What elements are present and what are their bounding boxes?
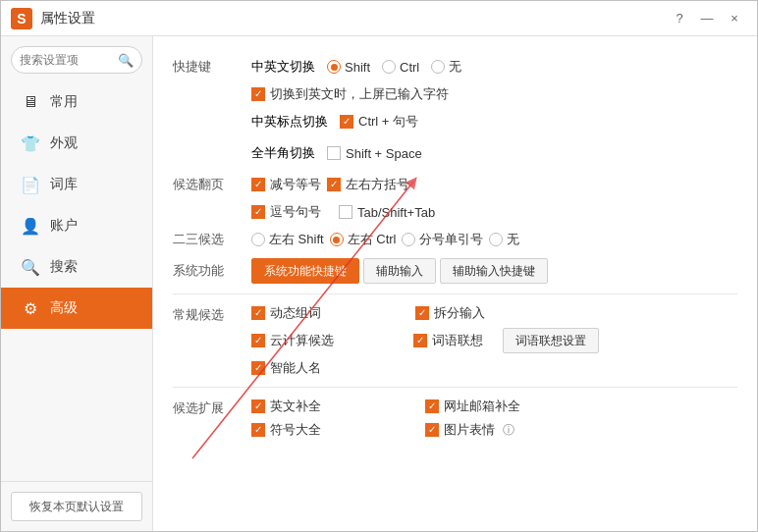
tab-system-func[interactable]: 系统功能快捷键: [251, 258, 359, 284]
radio-lr-shift-label: 左右 Shift: [269, 231, 324, 248]
shortcut-label: 快捷键: [173, 58, 251, 76]
word-assoc-settings-btn[interactable]: 词语联想设置: [503, 328, 599, 353]
radio-shift-circle: [327, 60, 341, 74]
cloud-compute-box: [251, 334, 265, 347]
smart-name-label: 智能人名: [270, 359, 321, 377]
nc-row1: 动态组词 拆分输入: [251, 304, 599, 322]
candidate-expand-content: 英文补全 网址邮箱补全 符号大全: [251, 398, 520, 439]
smart-name-box: [251, 361, 265, 375]
dynamic-word-checkbox[interactable]: 动态组词: [251, 304, 321, 322]
punct-switch-row: 中英标点切换 Ctrl + 句号: [173, 109, 737, 134]
dynamic-word-box: [251, 306, 265, 320]
radio-semicolon[interactable]: 分号单引号: [402, 231, 483, 248]
sidebar-item-dictionary[interactable]: 📄 词库: [1, 164, 152, 205]
url-email-checkbox[interactable]: 网址邮箱补全: [425, 398, 520, 415]
split-input-checkbox[interactable]: 拆分输入: [415, 304, 485, 322]
tab-shift-checkbox[interactable]: Tab/Shift+Tab: [339, 205, 435, 220]
smart-name-checkbox[interactable]: 智能人名: [251, 359, 321, 377]
cn-switch-content: 中英文切换 Shift Ctrl 无: [251, 58, 461, 76]
search-input[interactable]: [20, 53, 118, 67]
close-button[interactable]: ×: [722, 8, 747, 29]
candidate-page-row: 候选翻页 减号等号 左右方括号: [173, 172, 737, 197]
general-icon: 🖥: [21, 93, 40, 111]
emoji-label: 图片表情: [444, 421, 495, 439]
sidebar-item-general[interactable]: 🖥 常用: [1, 81, 152, 123]
cn-switch-row: 快捷键 中英文切换 Shift Ctrl: [173, 54, 737, 80]
dynamic-word-label: 动态组词: [270, 304, 321, 322]
fullhalf-value: Shift + Space: [346, 146, 422, 161]
radio-none2-label: 无: [507, 231, 519, 248]
en-complete-label: 英文补全: [270, 398, 321, 415]
cn-note-check-box: [251, 87, 265, 101]
nc-row2: 云计算候选 词语联想 词语联想设置: [251, 328, 599, 353]
radio-lr-shift-circle: [251, 233, 265, 246]
sidebar-item-advanced[interactable]: ⚙ 高级: [1, 288, 152, 329]
restore-defaults-button[interactable]: 恢复本页默认设置: [11, 492, 142, 521]
logo-text: S: [17, 11, 26, 27]
candidate-page-label: 候选翻页: [173, 176, 251, 193]
help-button[interactable]: ?: [667, 8, 692, 29]
radio-shift[interactable]: Shift: [327, 60, 370, 75]
radio-none2[interactable]: 无: [489, 231, 519, 248]
tab-assist-shortcut[interactable]: 辅助输入快捷键: [440, 258, 548, 284]
sidebar-footer: 恢复本页默认设置: [1, 481, 152, 531]
emoji-checkbox[interactable]: 图片表情 ⓘ: [425, 421, 514, 439]
fullhalf-check-box: [327, 146, 341, 160]
content-area: 🔍 🖥 常用 👕 外观 📄 词库 👤 账户 🔍 搜索: [1, 36, 757, 531]
sidebar-item-account[interactable]: 👤 账户: [1, 205, 152, 246]
sidebar-item-appearance[interactable]: 👕 外观: [1, 123, 152, 164]
comma-period-checkbox[interactable]: 逗号句号: [251, 203, 321, 221]
normal-candidate-content: 动态组词 拆分输入 云计算候选: [251, 304, 599, 377]
symbol-all-checkbox[interactable]: 符号大全: [251, 421, 321, 439]
word-assoc-box: [413, 334, 427, 347]
tab-assist-input[interactable]: 辅助输入: [363, 258, 436, 284]
normal-candidate-label: 常规候选: [173, 304, 251, 324]
radio-lr-ctrl[interactable]: 左右 Ctrl: [330, 231, 397, 248]
fullhalf-row: 全半角切换 Shift + Space: [173, 140, 737, 166]
punct-checkbox[interactable]: Ctrl + 句号: [340, 113, 418, 131]
titlebar: S 属性设置 ? — ×: [1, 1, 757, 36]
normal-candidate-row: 常规候选 动态组词 拆分输入: [173, 304, 737, 377]
minus-equal-checkbox[interactable]: 减号等号: [251, 176, 321, 193]
radio-none-circle: [431, 60, 445, 74]
en-complete-checkbox[interactable]: 英文补全: [251, 398, 321, 415]
emoji-info-icon: ⓘ: [503, 422, 514, 439]
main-panel: 快捷键 中英文切换 Shift Ctrl: [153, 36, 757, 531]
search-label: 搜索: [50, 258, 78, 276]
nc-row3: 智能人名: [251, 359, 599, 377]
cloud-compute-checkbox[interactable]: 云计算候选: [251, 332, 334, 349]
punct-switch-label: 中英标点切换: [251, 113, 328, 131]
system-func-row: 系统功能 系统功能快捷键 辅助输入 辅助输入快捷键: [173, 258, 737, 284]
window-title: 属性设置: [40, 10, 95, 27]
app-logo: S: [11, 8, 32, 29]
fullhalf-checkbox[interactable]: Shift + Space: [327, 146, 422, 161]
punct-value: Ctrl + 句号: [358, 113, 418, 131]
cn-switch-label: 中英文切换: [251, 58, 315, 76]
main-window: S 属性设置 ? — × 🔍 🖥 常用 👕 外观 📄: [0, 0, 758, 532]
window-controls: ? — ×: [667, 8, 747, 29]
emoji-box: [425, 423, 439, 437]
radio-none[interactable]: 无: [431, 58, 461, 76]
symbol-all-label: 符号大全: [270, 421, 321, 439]
cloud-compute-label: 云计算候选: [270, 332, 334, 349]
search-nav-icon: 🔍: [21, 258, 40, 277]
minus-equal-label: 减号等号: [270, 176, 321, 193]
dictionary-icon: 📄: [21, 176, 40, 194]
two-three-row: 二三候选 左右 Shift 左右 Ctrl 分号单引号: [173, 227, 737, 252]
word-assoc-checkbox[interactable]: 词语联想: [413, 332, 483, 349]
radio-none-label: 无: [449, 58, 461, 76]
minimize-button[interactable]: —: [694, 8, 720, 29]
sidebar-item-search[interactable]: 🔍 搜索: [1, 246, 152, 288]
radio-ctrl[interactable]: Ctrl: [382, 60, 419, 75]
bracket-checkbox[interactable]: 左右方括号: [327, 176, 409, 193]
search-box[interactable]: 🔍: [11, 46, 142, 74]
radio-lr-shift[interactable]: 左右 Shift: [251, 231, 324, 248]
cn-note-checkbox[interactable]: 切换到英文时，上屏已输入字符: [251, 85, 449, 103]
comma-period-box: [251, 205, 265, 219]
advanced-icon: ⚙: [21, 299, 40, 318]
radio-shift-label: Shift: [345, 60, 370, 75]
general-label: 常用: [50, 93, 78, 111]
fullhalf-content: 全半角切换 Shift + Space: [251, 144, 422, 162]
candidate-expand-label: 候选扩展: [173, 398, 251, 417]
split-input-box: [415, 306, 429, 320]
